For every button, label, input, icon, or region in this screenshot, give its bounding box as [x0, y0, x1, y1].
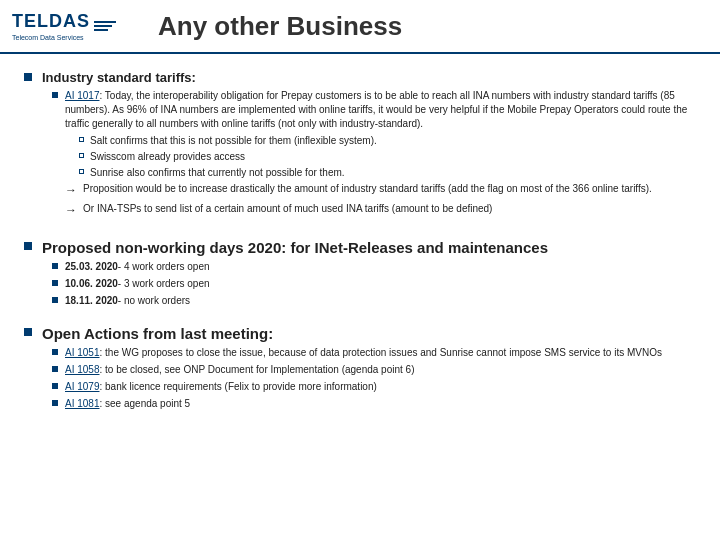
section-content: Open Actions from last meeting: AI 1051:…: [42, 325, 696, 414]
sub-sub-bullet: [79, 153, 84, 158]
arrow-text: Or INA-TSPs to send list of a certain am…: [83, 202, 492, 216]
section-content: Proposed non-working days 2020: for INet…: [42, 239, 696, 311]
date-3: 18.11. 2020: [65, 295, 118, 306]
sub-bullet: [52, 92, 58, 98]
ai-1051-link[interactable]: AI 1051: [65, 347, 99, 358]
sub-sub-bullet: [79, 169, 84, 174]
section-bullet: [24, 242, 32, 250]
date-3-text: - no work orders: [118, 295, 190, 306]
date-2-text: - 3 work orders open: [118, 278, 210, 289]
logo-line-2: [94, 25, 112, 27]
arrow-text: Proposition would be to increase drastic…: [83, 182, 652, 196]
sub-sub-item: Swisscom already provides access: [79, 150, 696, 164]
sub-sub-bullet: [79, 137, 84, 142]
sub-text: AI 1079: bank licence requirements (Feli…: [65, 380, 377, 394]
page-title: Any other Business: [158, 11, 402, 42]
sub-bullet: [52, 383, 58, 389]
open-actions-list: AI 1051: the WG proposes to close the is…: [42, 346, 696, 411]
ai-1058-link[interactable]: AI 1058: [65, 364, 99, 375]
arrow-item-1: → Proposition would be to increase drast…: [65, 182, 696, 199]
non-working-list: 25.03. 2020- 4 work orders open 10.06. 2…: [42, 260, 696, 308]
arrow-icon: →: [65, 182, 77, 199]
ai-1079-text: : bank licence requirements (Felix to pr…: [99, 381, 376, 392]
logo-text: TELDAS: [12, 11, 90, 32]
date-1: 25.03. 2020: [65, 261, 118, 272]
sub-sub-text: Salt confirms that this is not possible …: [90, 134, 377, 148]
ai-1081-text: : see agenda point 5: [99, 398, 190, 409]
logo-lines: [94, 21, 116, 31]
ai-1081-link[interactable]: AI 1081: [65, 398, 99, 409]
section-non-working-days: Proposed non-working days 2020: for INet…: [24, 239, 696, 311]
sub-sub-list: Salt confirms that this is not possible …: [65, 134, 696, 180]
list-item: AI 1079: bank licence requirements (Feli…: [52, 380, 696, 394]
ai-1058-text: : to be closed, see ONP Document for Imp…: [99, 364, 414, 375]
sub-bullet: [52, 263, 58, 269]
arrow-icon: →: [65, 202, 77, 219]
ai-1079-link[interactable]: AI 1079: [65, 381, 99, 392]
logo-sub: Telecom Data Services: [12, 34, 84, 42]
sub-text: AI 1081: see agenda point 5: [65, 397, 190, 411]
list-item: AI 1051: the WG proposes to close the is…: [52, 346, 696, 360]
list-item: AI 1081: see agenda point 5: [52, 397, 696, 411]
logo-line-1: [94, 21, 116, 23]
date-2: 10.06. 2020: [65, 278, 118, 289]
sub-text: 18.11. 2020- no work orders: [65, 294, 190, 308]
date-1-text: - 4 work orders open: [118, 261, 210, 272]
sub-bullet: [52, 349, 58, 355]
ai-1051-text: : the WG proposes to close the issue, be…: [99, 347, 662, 358]
non-working-suffix: for INet-Releases and maintenances: [286, 239, 548, 256]
header: TELDAS Telecom Data Services Any other B…: [0, 0, 720, 54]
content-area: Industry standard tariffs: AI 1017: Toda…: [0, 54, 720, 540]
arrow-item-2: → Or INA-TSPs to send list of a certain …: [65, 202, 696, 219]
sub-bullet: [52, 366, 58, 372]
sub-sub-item: Sunrise also confirms that currently not…: [79, 166, 696, 180]
logo-line-3: [94, 29, 108, 31]
non-working-year: 2020:: [248, 239, 286, 256]
ai-1017-link[interactable]: AI 1017: [65, 90, 99, 101]
ai-1017-text: : Today, the interoperability obligation…: [65, 90, 687, 129]
sub-text: AI 1051: the WG proposes to close the is…: [65, 346, 662, 360]
sub-text: 25.03. 2020- 4 work orders open: [65, 260, 210, 274]
sub-sub-text: Swisscom already provides access: [90, 150, 245, 164]
section-content: Industry standard tariffs: AI 1017: Toda…: [42, 70, 696, 225]
sub-text: 10.06. 2020- 3 work orders open: [65, 277, 210, 291]
section-bullet: [24, 73, 32, 81]
section-title: Industry standard tariffs:: [42, 70, 696, 85]
sub-bullet: [52, 280, 58, 286]
section-bullet: [24, 328, 32, 336]
list-item: AI 1058: to be closed, see ONP Document …: [52, 363, 696, 377]
section-industry-standard: Industry standard tariffs: AI 1017: Toda…: [24, 70, 696, 225]
sub-sub-text: Sunrise also confirms that currently not…: [90, 166, 345, 180]
sub-text: AI 1017: Today, the interoperability obl…: [65, 89, 696, 222]
logo-area: TELDAS Telecom Data Services: [12, 11, 124, 42]
list-item: 10.06. 2020- 3 work orders open: [52, 277, 696, 291]
sub-bullet: [52, 400, 58, 406]
section-title-open-actions: Open Actions from last meeting:: [42, 325, 696, 342]
section-open-actions: Open Actions from last meeting: AI 1051:…: [24, 325, 696, 414]
section-title-large: Proposed non-working days 2020: for INet…: [42, 239, 696, 256]
non-working-prefix: Proposed non-working days: [42, 239, 248, 256]
sub-sub-item: Salt confirms that this is not possible …: [79, 134, 696, 148]
sub-list: AI 1017: Today, the interoperability obl…: [42, 89, 696, 222]
list-item: AI 1017: Today, the interoperability obl…: [52, 89, 696, 222]
list-item: 25.03. 2020- 4 work orders open: [52, 260, 696, 274]
list-item: 18.11. 2020- no work orders: [52, 294, 696, 308]
sub-bullet: [52, 297, 58, 303]
sub-text: AI 1058: to be closed, see ONP Document …: [65, 363, 414, 377]
